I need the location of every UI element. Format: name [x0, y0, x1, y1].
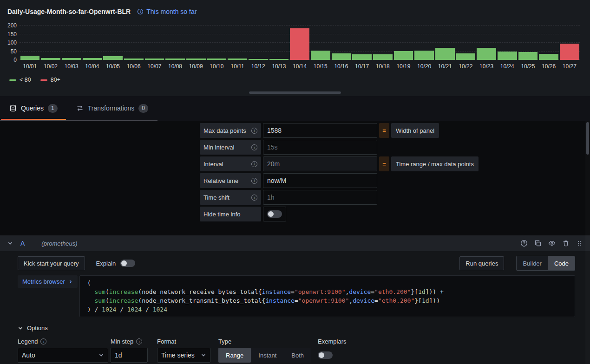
x-tick: 10/27 — [559, 63, 580, 70]
tab-queries-label: Queries — [21, 104, 44, 112]
options-collapse-header[interactable]: Options — [18, 325, 575, 332]
drag-handle-icon[interactable] — [576, 240, 583, 247]
min-interval-input[interactable] — [263, 140, 377, 155]
query-ref-id[interactable]: A — [20, 240, 25, 247]
legend-item[interactable]: < 80 — [9, 77, 31, 83]
scrollbar-thumb[interactable] — [586, 122, 589, 155]
x-tick: 10/12 — [248, 63, 269, 70]
bar-10/19 — [394, 51, 413, 60]
panel-description-link[interactable]: This month so far — [137, 8, 197, 15]
legend-label: Legend i — [18, 338, 108, 344]
explain-switch[interactable] — [120, 260, 135, 267]
x-tick: 10/07 — [144, 63, 165, 70]
query-option-row: Interval i = Time range / max data point… — [200, 156, 590, 171]
x-tick: 10/17 — [352, 63, 373, 70]
x-tick: 10/20 — [414, 63, 435, 70]
bar-slot — [123, 26, 144, 60]
transform-icon — [76, 104, 84, 112]
bar-10/24 — [498, 52, 517, 60]
help-icon[interactable] — [520, 240, 528, 247]
legend-label: < 80 — [20, 77, 31, 83]
chevron-down-icon[interactable] — [7, 240, 13, 246]
info-icon[interactable]: i — [40, 338, 46, 344]
bar-slot — [352, 26, 373, 60]
bar-10/07 — [145, 58, 164, 60]
relative-time-input[interactable] — [263, 173, 377, 188]
x-tick: 10/13 — [269, 63, 289, 70]
bar-10/04 — [83, 58, 102, 60]
code-line: ( — [87, 279, 575, 287]
info-icon[interactable]: i — [251, 128, 257, 134]
bar-10/14 — [290, 28, 309, 60]
trash-icon[interactable] — [562, 240, 570, 247]
bar-slot — [476, 26, 497, 60]
chevron-down-icon — [18, 325, 23, 331]
bar-10/01 — [20, 56, 40, 60]
min-step-option: Min step i — [111, 338, 148, 363]
max-data-points-input[interactable] — [263, 123, 377, 138]
min-step-input[interactable] — [111, 348, 148, 363]
bar-10/03 — [62, 58, 81, 60]
tab-queries[interactable]: Queries 1 — [0, 96, 67, 120]
time-shift-input[interactable] — [263, 190, 377, 205]
exemplars-option: Exemplars — [318, 338, 346, 363]
panel-preview: Daily-Usage-Month-so-far-Openwrt-BLR Thi… — [0, 0, 590, 96]
x-tick: 10/06 — [123, 63, 144, 70]
format-label: Format — [157, 338, 210, 344]
info-icon[interactable]: i — [251, 161, 257, 167]
info-icon[interactable]: i — [251, 195, 257, 201]
chevron-down-icon — [98, 352, 104, 358]
info-icon[interactable]: i — [251, 178, 257, 184]
options-header-label: Options — [27, 325, 48, 332]
y-tick: 50 — [11, 48, 17, 55]
query-editor-pane: Max data points i = Width of panel Min i… — [0, 121, 590, 364]
legend-item[interactable]: 80+ — [40, 77, 60, 83]
grafana-panel-editor: Daily-Usage-Month-so-far-Openwrt-BLR Thi… — [0, 0, 590, 364]
equals-badge: = — [379, 156, 389, 171]
run-queries-button[interactable]: Run queries — [459, 256, 504, 270]
query-row-header[interactable]: A (prometheus) — [0, 235, 590, 251]
bar-slot — [61, 26, 82, 60]
legend-select[interactable]: Auto — [18, 348, 108, 363]
metrics-browser-button[interactable]: Metrics browser — [18, 275, 78, 288]
legend-swatch — [9, 79, 16, 81]
bar-10/06 — [124, 58, 144, 60]
panel-link-label: This month so far — [146, 8, 197, 15]
code-line: ) / 1024 / 1024 / 1024 — [87, 305, 575, 314]
exemplars-switch[interactable] — [318, 351, 333, 359]
bar-10/10 — [207, 58, 227, 60]
bar-slot — [393, 26, 414, 60]
x-tick: 10/01 — [20, 63, 40, 70]
options-row: Legend i Auto — [18, 338, 575, 363]
copy-icon[interactable] — [534, 240, 542, 247]
bar-slot — [227, 26, 248, 60]
time-shift-label: Time shift i — [200, 190, 261, 205]
bar-slot — [289, 26, 310, 60]
type-option-instant[interactable]: Instant — [251, 348, 284, 363]
bar-slot — [269, 26, 289, 60]
kick-start-query-button[interactable]: Kick start your query — [18, 256, 85, 270]
hide-time-info-switch[interactable] — [263, 207, 286, 221]
eye-icon[interactable] — [548, 240, 556, 247]
bar-slot — [103, 26, 124, 60]
pane-resize-handle[interactable] — [249, 91, 341, 94]
type-option-range[interactable]: Range — [218, 348, 251, 363]
code-mode-button[interactable]: Code — [548, 256, 575, 270]
tab-transformations[interactable]: Transformations 0 — [67, 96, 157, 120]
bar-10/18 — [373, 54, 393, 60]
builder-mode-button[interactable]: Builder — [517, 256, 547, 270]
bar-10/09 — [186, 58, 206, 60]
bar-10/21 — [435, 48, 455, 60]
max-data-points-note: Width of panel — [391, 123, 439, 138]
promql-code-editor[interactable]: ( sum(increase(node_network_receive_byte… — [79, 275, 575, 317]
y-tick: 0 — [13, 57, 17, 63]
bar-10/20 — [414, 51, 434, 60]
type-option-both[interactable]: Both — [284, 348, 311, 363]
info-icon[interactable]: i — [251, 144, 257, 150]
info-icon[interactable]: i — [136, 338, 142, 344]
format-select[interactable]: Time series — [157, 348, 210, 363]
editor-tabbar: Queries 1 Transformations 0 — [0, 96, 590, 121]
vertical-scrollbar[interactable] — [585, 121, 590, 364]
bar-chart: 050100150200 — [20, 26, 580, 60]
query-option-row: Time shift i — [200, 190, 590, 205]
